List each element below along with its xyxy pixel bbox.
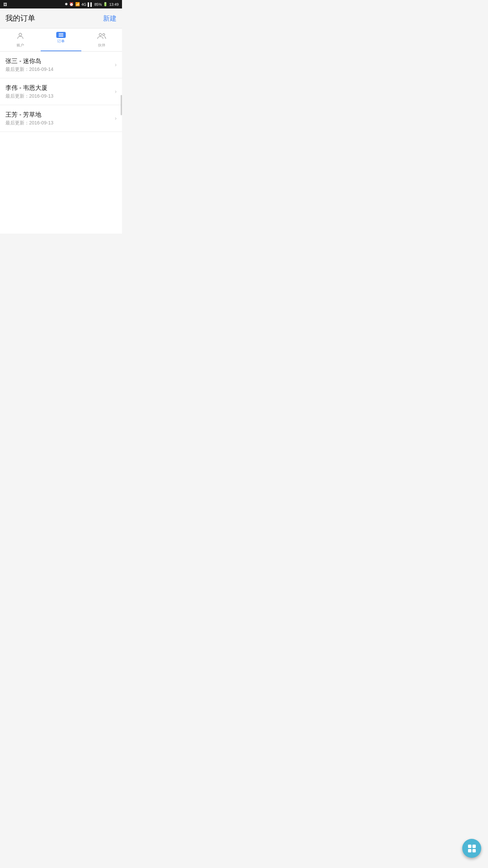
status-bar-left: 🖼 bbox=[3, 2, 7, 6]
tab-orders[interactable]: 订单 bbox=[41, 28, 81, 51]
order-content-1: 张三 - 迷你岛 最后更新：2016-09-14 bbox=[5, 57, 115, 73]
order-date-1: 最后更新：2016-09-14 bbox=[5, 66, 115, 73]
status-bar-right: ✱ ⏰ 📶 4G ▌▌ 85% 🔋 13:49 bbox=[65, 2, 119, 6]
tab-account[interactable]: 账户 bbox=[0, 28, 41, 51]
chevron-right-icon: › bbox=[115, 88, 117, 95]
header: 我的订单 新建 bbox=[0, 8, 122, 28]
svg-point-2 bbox=[103, 34, 105, 36]
signal-label: 4G bbox=[81, 2, 86, 6]
tab-partners-label: 伙伴 bbox=[98, 43, 105, 48]
chevron-right-icon: › bbox=[115, 62, 117, 68]
screenshot-icon: 🖼 bbox=[3, 2, 7, 6]
battery-label: 85% bbox=[94, 2, 102, 6]
empty-content-area bbox=[0, 132, 122, 234]
tab-bar: 账户 订单 伙伴 bbox=[0, 28, 122, 52]
order-title-3: 王芳 - 芳草地 bbox=[5, 111, 115, 119]
list-icon bbox=[59, 33, 63, 37]
order-date-3: 最后更新：2016-09-13 bbox=[5, 120, 115, 126]
order-content-2: 李伟 - 韦恩大厦 最后更新：2016-09-13 bbox=[5, 84, 115, 99]
chevron-right-icon: › bbox=[115, 115, 117, 121]
time-label: 13:49 bbox=[109, 2, 119, 6]
svg-point-0 bbox=[19, 33, 22, 36]
alarm-icon: ⏰ bbox=[69, 2, 74, 6]
page-title: 我的订单 bbox=[5, 13, 35, 23]
battery-icon: 🔋 bbox=[103, 2, 108, 6]
tab-account-label: 账户 bbox=[17, 43, 24, 48]
orders-tab-bg bbox=[56, 32, 66, 38]
tab-partners[interactable]: 伙伴 bbox=[81, 28, 122, 51]
scrollbar-indicator bbox=[121, 95, 122, 115]
order-title-2: 李伟 - 韦恩大厦 bbox=[5, 84, 115, 92]
tab-orders-label: 订单 bbox=[57, 39, 65, 44]
svg-point-1 bbox=[99, 34, 102, 36]
order-title-1: 张三 - 迷你岛 bbox=[5, 57, 115, 65]
person-icon bbox=[16, 32, 24, 42]
signal-bars-icon: ▌▌ bbox=[88, 2, 93, 6]
order-item[interactable]: 李伟 - 韦恩大厦 最后更新：2016-09-13 › bbox=[0, 78, 122, 105]
order-item[interactable]: 王芳 - 芳草地 最后更新：2016-09-13 › bbox=[0, 105, 122, 132]
people-icon bbox=[97, 32, 106, 42]
order-list: 张三 - 迷你岛 最后更新：2016-09-14 › 李伟 - 韦恩大厦 最后更… bbox=[0, 52, 122, 132]
order-item[interactable]: 张三 - 迷你岛 最后更新：2016-09-14 › bbox=[0, 52, 122, 78]
order-date-2: 最后更新：2016-09-13 bbox=[5, 93, 115, 99]
wifi-icon: 📶 bbox=[75, 2, 80, 6]
new-order-button[interactable]: 新建 bbox=[103, 14, 117, 23]
bluetooth-icon: ✱ bbox=[65, 2, 68, 6]
order-content-3: 王芳 - 芳草地 最后更新：2016-09-13 bbox=[5, 111, 115, 126]
status-bar: 🖼 ✱ ⏰ 📶 4G ▌▌ 85% 🔋 13:49 bbox=[0, 0, 122, 8]
